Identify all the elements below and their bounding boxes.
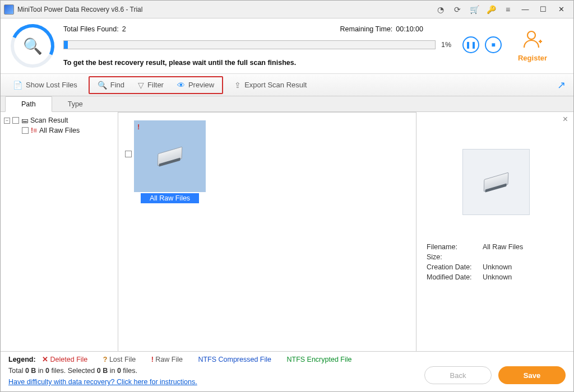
app-icon <box>4 4 14 15</box>
meta-filename-value: All Raw Files <box>483 243 523 251</box>
export-label: Export Scan Result <box>244 81 307 89</box>
meta-modified-key: Modified Date: <box>427 273 483 281</box>
title-bar: MiniTool Power Data Recovery v8.6 - Tria… <box>1 1 573 18</box>
share-icon: ↗ <box>557 79 566 91</box>
funnel-icon: ▽ <box>138 81 144 90</box>
files-found-label: Total Files Found: <box>63 25 119 33</box>
progress-percent: 1% <box>441 41 457 49</box>
panel-close-button[interactable]: × <box>563 114 568 124</box>
toolbar-menu-icon[interactable]: ≡ <box>502 3 514 16</box>
files-found-value: 2 <box>122 25 126 33</box>
footer: Legend: ✕ Deleted File ? Lost File ! Raw… <box>1 351 573 391</box>
save-button[interactable]: Save <box>498 366 566 384</box>
show-lost-files-button[interactable]: 📄 Show Lost Files <box>6 78 84 92</box>
raw-file-icon: !≡ <box>31 127 37 134</box>
share-button[interactable]: ↗ <box>555 77 568 94</box>
thumbnail-checkbox[interactable] <box>125 151 132 157</box>
remaining-time-label: Remaining Time: <box>340 25 393 33</box>
tab-type[interactable]: Type <box>52 97 99 111</box>
toolbar-refresh-icon[interactable]: ⟳ <box>451 3 464 16</box>
export-button[interactable]: ⇪ Export Scan Result <box>228 78 313 92</box>
register-label: Register <box>502 54 563 62</box>
meta-size-key: Size: <box>427 253 483 261</box>
thumbnail-item[interactable]: ! All Raw Files <box>134 120 206 203</box>
user-plus-icon <box>502 30 563 52</box>
tree-root-checkbox[interactable] <box>12 117 19 124</box>
eye-icon: 👁 <box>177 81 185 90</box>
tree-panel: − 🖴 Scan Result !≡ All Raw Files <box>1 112 118 351</box>
view-tabs: Path Type <box>1 96 573 112</box>
find-button[interactable]: 🔍 Find <box>91 78 131 92</box>
raw-flag-icon: ! <box>137 123 140 131</box>
file-metadata: Filename:All Raw Files Size: Creation Da… <box>427 243 566 281</box>
app-window: MiniTool Power Data Recovery v8.6 - Tria… <box>0 0 574 392</box>
preview-button[interactable]: 👁 Preview <box>170 78 221 92</box>
tree-child-label: All Raw Files <box>39 127 80 134</box>
toolbar-clock-icon[interactable]: ◔ <box>434 3 447 16</box>
remaining-time-value: 00:10:00 <box>396 25 423 33</box>
progress-bar <box>63 40 436 49</box>
tree-child-checkbox[interactable] <box>22 127 29 134</box>
window-title: MiniTool Power Data Recovery v8.6 - Tria… <box>17 6 142 13</box>
legend-lost: Lost File <box>109 356 136 363</box>
tree-child-row[interactable]: !≡ All Raw Files <box>3 125 115 136</box>
filter-button[interactable]: ▽ Filter <box>131 78 170 92</box>
main-area: − 🖴 Scan Result !≡ All Raw Files ! <box>1 112 573 351</box>
toolbar-key-icon[interactable]: 🔑 <box>485 3 497 16</box>
disk-icon: 🖴 <box>21 116 28 124</box>
meta-filename-key: Filename: <box>427 243 483 251</box>
stop-button[interactable]: ■ <box>485 36 502 53</box>
register-button[interactable]: Register <box>502 30 563 62</box>
meta-created-value: Unknown <box>483 263 512 271</box>
totals-line: Total 0 B in 0 files. Selected 0 B in 0 … <box>8 367 197 375</box>
drive-thumbnail-icon <box>158 147 183 166</box>
progress-hint: To get the best recovery result, please … <box>63 59 502 67</box>
svg-point-0 <box>527 31 535 39</box>
window-minimize-button[interactable]: — <box>517 3 534 16</box>
tree-root-row[interactable]: − 🖴 Scan Result <box>3 115 115 125</box>
tree-collapse-icon[interactable]: − <box>4 118 10 124</box>
thumbnail-label: All Raw Files <box>141 193 199 203</box>
find-label: Find <box>110 81 124 89</box>
content-panel: ! All Raw Files <box>118 112 416 351</box>
search-icon: 🔍 <box>98 81 107 90</box>
drive-preview-icon <box>484 172 509 192</box>
pause-button[interactable]: ❚❚ <box>462 36 479 53</box>
document-icon: 📄 <box>13 81 22 90</box>
meta-created-key: Creation Date: <box>427 263 483 271</box>
show-lost-files-label: Show Lost Files <box>26 81 77 89</box>
legend-raw: Raw File <box>155 356 183 363</box>
help-link[interactable]: Have difficulty with data recovery? Clic… <box>8 378 197 386</box>
legend-ntfs-compressed: NTFS Compressed File <box>198 356 271 363</box>
detail-panel: × Filename:All Raw Files Size: Creation … <box>416 112 573 351</box>
preview-thumbnail <box>462 149 530 215</box>
window-maximize-button[interactable]: ☐ <box>535 3 552 16</box>
toolbar-cart-icon[interactable]: 🛒 <box>468 3 480 16</box>
back-button[interactable]: Back <box>424 366 492 384</box>
preview-label: Preview <box>188 81 214 89</box>
thumbnail-image: ! <box>134 120 206 192</box>
export-icon: ⇪ <box>234 81 241 90</box>
tab-path[interactable]: Path <box>5 96 52 112</box>
action-toolbar: 📄 Show Lost Files 🔍 Find ▽ Filter 👁 Prev… <box>1 74 573 96</box>
window-close-button[interactable]: ✕ <box>553 3 570 16</box>
progress-panel: 🔍 Total Files Found: 2 Remaining Time: 0… <box>1 18 573 74</box>
filter-label: Filter <box>147 81 164 89</box>
legend-row: Legend: ✕ Deleted File ? Lost File ! Raw… <box>8 355 566 363</box>
meta-modified-value: Unknown <box>483 273 512 281</box>
tree-root-label: Scan Result <box>30 116 68 124</box>
legend-title: Legend: <box>8 356 36 363</box>
legend-ntfs-encrypted: NTFS Encrypted File <box>286 356 351 363</box>
legend-deleted: Deleted File <box>50 356 88 363</box>
scan-animation-icon: 🔍 <box>11 24 54 68</box>
highlighted-tool-group: 🔍 Find ▽ Filter 👁 Preview <box>89 76 223 94</box>
